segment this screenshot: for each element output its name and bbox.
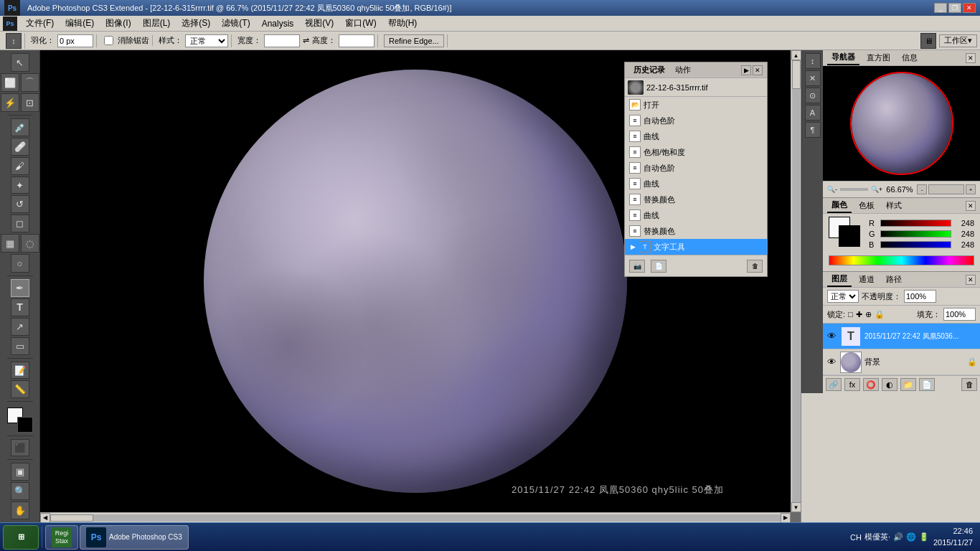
start-button[interactable]: ⊞ — [3, 525, 39, 550]
add-mask-button[interactable]: ⭕ — [863, 378, 879, 391]
notes-tool[interactable]: 📝 — [11, 362, 29, 380]
close-button[interactable]: ✕ — [963, 3, 976, 13]
menu-select[interactable]: 选择(S) — [176, 16, 216, 31]
taskbar-app-photoshop[interactable]: Ps Adobe Photoshop CS3 — [80, 525, 189, 550]
layers-panel-close[interactable]: ✕ — [966, 275, 976, 285]
scroll-left-button[interactable]: ◀ — [40, 513, 50, 523]
tray-volume[interactable]: 🔊 — [893, 532, 903, 542]
red-slider[interactable] — [880, 220, 951, 227]
tab-paths[interactable]: 路径 — [882, 273, 906, 286]
history-delete-button[interactable]: 🗑 — [747, 260, 763, 273]
screen-mode-tool[interactable]: ▣ — [11, 463, 29, 481]
shape-tool[interactable]: ▭ — [11, 337, 29, 355]
tab-swatches[interactable]: 色板 — [854, 199, 879, 212]
history-item-auto1[interactable]: ≡ 自动色阶 — [625, 113, 767, 128]
zoom-plus-button[interactable]: + — [966, 184, 976, 194]
zoom-tool[interactable]: 🔍 — [11, 482, 29, 500]
clock[interactable]: 22:46 2015/11/27 — [933, 526, 973, 548]
right-tool-1[interactable]: ↕ — [805, 53, 821, 69]
refine-edge-button[interactable]: Refine Edge... — [384, 34, 444, 47]
tab-info[interactable]: 信息 — [897, 51, 922, 65]
history-item-hue[interactable]: ≡ 色相/饱和度 — [625, 144, 767, 160]
new-layer-button[interactable]: 📄 — [919, 378, 935, 391]
history-menu-button[interactable]: ▶ — [741, 65, 751, 75]
lock-image-icon[interactable]: ✚ — [856, 310, 862, 319]
eyedropper-tool[interactable]: 💉 — [11, 118, 29, 136]
green-slider[interactable] — [880, 230, 951, 237]
layer-visibility-bg[interactable]: 👁 — [826, 357, 837, 368]
height-input[interactable] — [339, 34, 374, 47]
move-tool[interactable]: ↖ — [11, 53, 29, 72]
scroll-thumb-h[interactable] — [50, 514, 93, 522]
menu-edit[interactable]: 编辑(E) — [60, 16, 100, 31]
layer-visibility-text[interactable]: 👁 — [826, 331, 837, 342]
menu-help[interactable]: 帮助(H) — [382, 16, 423, 31]
zoom-slider[interactable] — [840, 188, 868, 191]
history-item-replace1[interactable]: ≡ 替换颜色 — [625, 192, 767, 207]
menu-file[interactable]: 文件(F) — [20, 16, 60, 31]
dodge-tool[interactable]: ○ — [11, 254, 29, 273]
right-tool-3[interactable]: ⊙ — [805, 88, 821, 103]
selection-path-tool[interactable]: ↗ — [11, 318, 29, 336]
zoom-minus-button[interactable]: - — [917, 184, 927, 194]
tab-channels[interactable]: 通道 — [854, 273, 879, 286]
horizontal-scrollbar[interactable]: ◀ ▶ — [40, 512, 791, 522]
fill-input[interactable] — [943, 308, 976, 321]
lock-position-icon[interactable]: ⊕ — [865, 310, 872, 319]
minimize-button[interactable]: _ — [934, 3, 947, 13]
feather-input[interactable] — [57, 34, 93, 47]
history-item-text[interactable]: ▶ T 文字工具 — [625, 239, 767, 255]
right-tool-2[interactable]: ✕ — [805, 70, 821, 86]
history-tab[interactable]: 历史记录 — [629, 63, 669, 77]
width-input[interactable] — [264, 34, 300, 47]
workspace-button[interactable]: 工作区▾ — [939, 34, 977, 47]
menu-image[interactable]: 图像(I) — [100, 16, 136, 31]
menu-view[interactable]: 视图(V) — [299, 16, 339, 31]
history-brush-tool[interactable]: ↺ — [11, 195, 29, 213]
lock-transparent-icon[interactable]: □ — [848, 310, 853, 319]
menu-layer[interactable]: 图层(L) — [137, 16, 176, 31]
taskbar-app-registax[interactable]: Regi Stax — [45, 525, 78, 550]
opacity-input[interactable] — [904, 290, 936, 303]
color-panel-close[interactable]: ✕ — [966, 201, 976, 211]
quick-mask-tool[interactable]: ⬛ — [11, 439, 29, 457]
text-tool[interactable]: T — [11, 298, 29, 316]
zoom-out-icon[interactable]: 🔍- — [827, 186, 837, 193]
healing-tool[interactable]: 🩹 — [11, 138, 29, 156]
swap-icon[interactable]: ⇌ — [303, 36, 309, 45]
history-snapshot-button[interactable]: 📷 — [629, 260, 645, 273]
scroll-thumb-v[interactable] — [792, 60, 801, 89]
restore-button[interactable]: ❐ — [948, 3, 961, 13]
eraser-tool[interactable]: ◻ — [11, 215, 29, 232]
scroll-track-v[interactable] — [792, 60, 801, 502]
layer-fx-button[interactable]: fx — [844, 378, 860, 391]
create-group-button[interactable]: 📁 — [900, 378, 916, 391]
antialias-checkbox[interactable] — [104, 36, 113, 45]
layer-row-text[interactable]: 👁 T 2015/11/27 22:42 凤凰5036... — [823, 324, 980, 349]
tray-network[interactable]: 🌐 — [906, 532, 916, 542]
zoom-track[interactable] — [928, 184, 964, 194]
history-item-auto2[interactable]: ≡ 自动色阶 — [625, 160, 767, 176]
create-adjustment-button[interactable]: ◐ — [882, 378, 897, 391]
menu-filter[interactable]: 滤镜(T) — [216, 16, 255, 31]
layer-row-bg[interactable]: 👁 背景 🔒 — [823, 349, 980, 375]
history-item-curves3[interactable]: ≡ 曲线 — [625, 207, 767, 223]
history-new-document-button[interactable]: 📄 — [651, 260, 666, 273]
lock-all-icon[interactable]: 🔒 — [875, 310, 885, 319]
hand-tool[interactable]: ✋ — [11, 501, 29, 519]
workspace-icon[interactable]: 🖥 — [920, 33, 936, 49]
crop-tool[interactable]: ⊡ — [21, 93, 39, 112]
blend-mode-select[interactable]: 正常 — [827, 290, 859, 303]
menu-analysis[interactable]: Analysis — [256, 17, 300, 30]
tab-styles[interactable]: 样式 — [882, 199, 906, 212]
tab-color[interactable]: 颜色 — [827, 198, 852, 213]
zoom-in-icon[interactable]: 🔍+ — [871, 186, 882, 193]
scroll-up-button[interactable]: ▲ — [791, 50, 801, 60]
tray-lang[interactable]: 模優英· — [864, 532, 890, 542]
tab-navigator[interactable]: 导航器 — [827, 50, 859, 65]
tab-layers[interactable]: 图层 — [827, 272, 852, 287]
menu-window[interactable]: 窗口(W) — [339, 16, 382, 31]
gradient-tool[interactable]: ▦ — [1, 234, 19, 253]
history-item-curves1[interactable]: ≡ 曲线 — [625, 128, 767, 144]
history-item-open[interactable]: 📂 打开 — [625, 97, 767, 113]
